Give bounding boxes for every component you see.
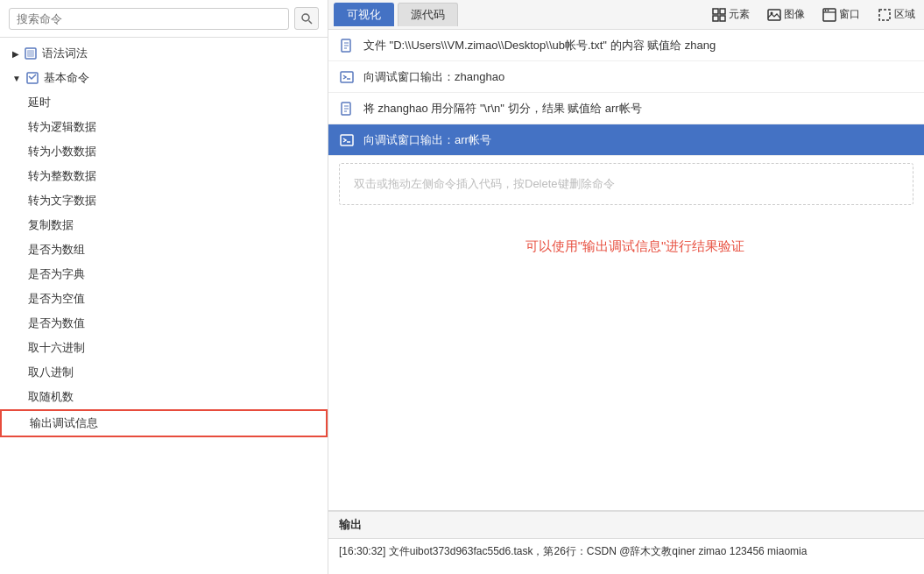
command-text-2: 向调试窗口输出：zhanghao (363, 69, 504, 85)
sidebar-item-copy-data[interactable]: 复制数据 (0, 213, 328, 237)
search-input[interactable] (9, 8, 289, 30)
sidebar-item-is-array[interactable]: 是否为数组 (0, 237, 328, 262)
search-bar (0, 0, 328, 38)
command-item-2[interactable]: 向调试窗口输出：zhanghao (328, 61, 924, 93)
drop-area-placeholder: 双击或拖动左侧命令插入代码，按Delete键删除命令 (354, 177, 615, 190)
sidebar-item-to-int[interactable]: 转为整数数据 (0, 164, 328, 188)
toolbar-window[interactable]: 窗口 (819, 5, 864, 24)
sidebar-item-is-dict[interactable]: 是否为字典 (0, 262, 328, 287)
sidebar-item-debug-out[interactable]: 输出调试信息 (0, 409, 328, 437)
sidebar-item-label: 是否为数组 (28, 242, 85, 258)
toolbar-region[interactable]: 区域 (874, 5, 919, 24)
chevron-right-icon: ▶ (12, 49, 19, 59)
output-header: 输出 (328, 512, 924, 539)
sidebar-item-to-hex[interactable]: 取十六进制 (0, 336, 328, 360)
sidebar-item-is-null[interactable]: 是否为空值 (0, 287, 328, 311)
annotation-text: 可以使用"输出调试信息"进行结果验证 (525, 238, 745, 255)
toolbar-element[interactable]: 元素 (709, 5, 753, 24)
sidebar-item-label: 取十六进制 (28, 340, 85, 356)
svg-rect-9 (768, 10, 780, 20)
output-content: [16:30:32] 文件uibot373d963fac55d6.task，第2… (328, 539, 924, 574)
command-item-3[interactable]: 将 zhanghao 用分隔符 "\r\n" 切分，结果 赋值给 arr帐号 (328, 93, 924, 124)
svg-line-1 (309, 21, 313, 25)
sidebar-item-label: 基本命令 (44, 70, 89, 86)
svg-rect-3 (27, 50, 34, 57)
window-icon (822, 8, 836, 22)
svg-point-13 (825, 10, 827, 11)
search-icon (300, 12, 313, 25)
svg-rect-7 (713, 16, 718, 21)
svg-rect-8 (720, 16, 725, 21)
sidebar-content: ▶ 语法词法 ▼ 基本命令 延时 转为逻辑数据 转为小数数据 转 (0, 38, 328, 574)
svg-point-14 (828, 10, 829, 11)
sidebar-item-label: 转为小数数据 (28, 144, 96, 159)
sidebar-item-label: 转为整数数据 (28, 168, 96, 184)
command-list: 文件 "D:\\Users\\VM.zimao\\Desktop\\ub帐号.t… (328, 30, 924, 511)
drop-area: 双击或拖动左侧命令插入代码，按Delete键删除命令 (339, 163, 913, 205)
sidebar-item-label: 是否为数值 (28, 315, 85, 331)
region-icon (878, 8, 892, 22)
command-text-3: 将 zhanghao 用分隔符 "\r\n" 切分，结果 赋值给 arr帐号 (363, 101, 642, 117)
sidebar-item-label: 取八进制 (28, 365, 74, 380)
svg-rect-6 (720, 9, 725, 14)
search-button[interactable] (294, 7, 319, 30)
terminal-icon-2 (339, 69, 355, 85)
sidebar-item-label: 取随机数 (28, 389, 74, 405)
tab-visual[interactable]: 可视化 (334, 3, 394, 26)
sidebar-item-label: 延时 (28, 95, 51, 110)
main-area: 可视化 源代码 元素 图像 (328, 0, 924, 574)
sidebar-item-label: 转为逻辑数据 (28, 119, 96, 135)
annotation-area: 可以使用"输出调试信息"进行结果验证 (328, 212, 924, 273)
tab-bar: 可视化 源代码 元素 图像 (328, 0, 924, 30)
sidebar-item-label: 复制数据 (28, 217, 74, 233)
sidebar-item-label: 是否为空值 (28, 291, 85, 307)
svg-point-0 (302, 14, 309, 21)
toolbar-icons: 元素 图像 窗口 (709, 5, 919, 24)
sidebar-item-grammar[interactable]: ▶ 语法词法 (0, 41, 328, 66)
sidebar-item-is-num[interactable]: 是否为数值 (0, 311, 328, 336)
chevron-down-icon: ▼ (12, 74, 21, 83)
element-icon (712, 8, 726, 22)
sidebar-item-delay[interactable]: 延时 (0, 90, 328, 115)
grammar-group-icon (25, 47, 37, 60)
command-text-4: 向调试窗口输出：arr帐号 (363, 132, 491, 148)
sidebar-item-to-bool[interactable]: 转为逻辑数据 (0, 115, 328, 139)
sidebar-item-label: 是否为字典 (28, 266, 85, 282)
output-panel: 输出 [16:30:32] 文件uibot373d963fac55d6.task… (328, 511, 924, 574)
sidebar-item-to-text[interactable]: 转为文字数据 (0, 188, 328, 213)
sidebar: ▶ 语法词法 ▼ 基本命令 延时 转为逻辑数据 转为小数数据 转 (0, 0, 328, 574)
terminal-icon-4 (339, 132, 355, 148)
doc-icon-1 (339, 38, 355, 53)
basic-cmd-group-icon (26, 72, 39, 84)
sidebar-item-basic-cmd[interactable]: ▼ 基本命令 (0, 66, 328, 90)
sidebar-item-to-float[interactable]: 转为小数数据 (0, 139, 328, 164)
sidebar-item-label: 输出调试信息 (30, 415, 98, 431)
sidebar-item-label: 语法词法 (42, 46, 88, 61)
image-icon (767, 8, 781, 22)
sidebar-item-to-oct[interactable]: 取八进制 (0, 360, 328, 385)
toolbar-image[interactable]: 图像 (764, 5, 808, 24)
tab-source[interactable]: 源代码 (398, 3, 458, 26)
sidebar-item-to-rand[interactable]: 取随机数 (0, 385, 328, 409)
svg-rect-15 (879, 10, 890, 20)
command-text-1: 文件 "D:\\Users\\VM.zimao\\Desktop\\ub帐号.t… (363, 38, 716, 53)
svg-rect-5 (713, 9, 718, 14)
sidebar-item-label: 转为文字数据 (28, 193, 96, 209)
command-item-1[interactable]: 文件 "D:\\Users\\VM.zimao\\Desktop\\ub帐号.t… (328, 30, 924, 61)
doc-icon-3 (339, 101, 355, 117)
command-item-4[interactable]: 向调试窗口输出：arr帐号 (328, 124, 924, 156)
